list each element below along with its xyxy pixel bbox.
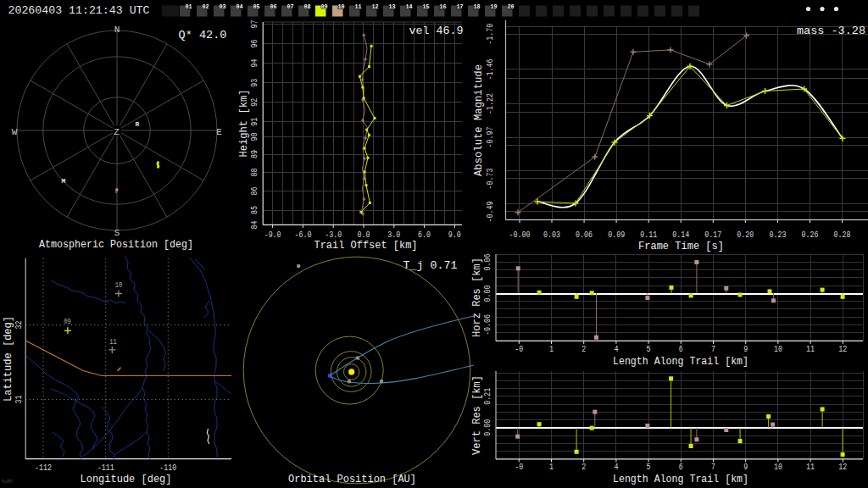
svg-text:94: 94 [248, 59, 259, 68]
svg-text:20260403 11:21:43 UTC: 20260403 11:21:43 UTC [8, 4, 150, 17]
svg-text:0.28: 0.28 [834, 229, 851, 240]
svg-text:11: 11 [806, 461, 815, 472]
svg-text:14: 14 [406, 3, 413, 10]
svg-text:6: 6 [679, 343, 683, 354]
svg-text:1: 1 [549, 343, 554, 354]
svg-text:5: 5 [647, 343, 651, 354]
svg-text:6.0: 6.0 [418, 229, 431, 240]
svg-text:-0.49: -0.49 [484, 201, 495, 222]
svg-text:10: 10 [338, 3, 345, 10]
svg-text:Latitude [deg]: Latitude [deg] [2, 316, 14, 402]
svg-text:-0.73: -0.73 [484, 168, 495, 189]
svg-text:mass -3.28: mass -3.28 [797, 25, 865, 37]
svg-text:0.20: 0.20 [737, 229, 754, 240]
svg-text:12: 12 [838, 461, 847, 472]
svg-text:1: 1 [549, 461, 554, 472]
svg-text:2: 2 [581, 343, 586, 354]
svg-text:-0.97: -0.97 [484, 127, 495, 148]
svg-text:E: E [216, 127, 222, 137]
svg-text:02: 02 [203, 3, 209, 10]
svg-text:97: 97 [248, 20, 259, 29]
svg-text:0.09: 0.09 [608, 229, 625, 240]
svg-text:Orbital Position [AU]: Orbital Position [AU] [288, 474, 416, 485]
svg-text:01: 01 [186, 3, 192, 10]
svg-text:M: M [62, 177, 66, 185]
svg-text:T_j 0.71: T_j 0.71 [403, 259, 458, 272]
svg-text:13: 13 [389, 3, 396, 10]
svg-text:86: 86 [248, 186, 259, 195]
svg-text:0.11: 0.11 [640, 229, 657, 240]
svg-text:93: 93 [248, 79, 259, 87]
svg-text:84: 84 [248, 220, 259, 229]
svg-text:0.23: 0.23 [769, 229, 786, 240]
svg-text:Length Along Trail [km]: Length Along Trail [km] [613, 474, 748, 485]
svg-text:08: 08 [304, 3, 311, 10]
svg-text:-111: -111 [97, 462, 114, 473]
svg-text:0.17: 0.17 [704, 229, 721, 240]
svg-text:-9.0: -9.0 [264, 229, 281, 240]
svg-text:10: 10 [774, 461, 782, 472]
svg-text:0.06: 0.06 [576, 229, 593, 240]
svg-text:Q* 42.0: Q* 42.0 [179, 29, 227, 42]
svg-text:PyGMT: PyGMT [2, 480, 13, 485]
svg-text:07: 07 [287, 3, 294, 10]
svg-text:85: 85 [248, 206, 259, 214]
svg-text:Height [km]: Height [km] [237, 90, 250, 158]
svg-text:0.14: 0.14 [672, 229, 689, 240]
svg-text:-3.0: -3.0 [325, 229, 342, 240]
svg-text:17: 17 [457, 3, 464, 10]
svg-text:Horz Res [km]: Horz Res [km] [470, 258, 483, 337]
svg-text:09: 09 [64, 318, 71, 326]
svg-text:-0: -0 [515, 461, 523, 472]
svg-text:11: 11 [355, 3, 362, 10]
svg-text:-112: -112 [35, 462, 52, 473]
svg-text:R: R [136, 120, 140, 128]
svg-text:12: 12 [372, 3, 379, 10]
svg-text:W: W [12, 127, 18, 137]
svg-text:Longitude [deg]: Longitude [deg] [81, 474, 172, 485]
svg-text:10: 10 [774, 343, 782, 354]
svg-text:9: 9 [743, 461, 748, 472]
svg-text:-0: -0 [515, 343, 523, 354]
svg-text:06: 06 [270, 3, 277, 10]
svg-text:S: S [114, 228, 120, 238]
svg-text:2: 2 [581, 461, 586, 472]
svg-text:9: 9 [743, 343, 748, 354]
svg-text:19: 19 [491, 3, 498, 10]
svg-text:05: 05 [253, 3, 260, 10]
svg-text:0.0: 0.0 [358, 229, 370, 240]
svg-text:11: 11 [109, 338, 117, 347]
svg-text:vel 46.9: vel 46.9 [409, 25, 464, 37]
svg-text:03: 03 [220, 3, 226, 10]
svg-text:-1.22: -1.22 [484, 93, 495, 114]
svg-text:Z: Z [114, 127, 120, 137]
svg-text:88: 88 [248, 168, 259, 176]
svg-text:3.0: 3.0 [387, 229, 400, 240]
svg-text:7: 7 [711, 461, 715, 472]
svg-text:09: 09 [321, 3, 328, 10]
svg-text:Absolute Magnitude: Absolute Magnitude [472, 64, 485, 176]
svg-text:96: 96 [248, 39, 259, 47]
svg-text:7: 7 [711, 343, 715, 354]
svg-text:0.03: 0.03 [543, 229, 560, 240]
svg-text:4: 4 [614, 461, 618, 472]
svg-text:12: 12 [838, 343, 847, 354]
svg-text:4: 4 [614, 343, 618, 354]
svg-text:Trail Offset [km]: Trail Offset [km] [314, 240, 418, 252]
svg-text:-110: -110 [159, 462, 176, 473]
svg-text:Atmospheric Position [deg]: Atmospheric Position [deg] [39, 239, 193, 251]
svg-text:Length Along Trail [km]: Length Along Trail [km] [613, 356, 748, 368]
svg-text:04: 04 [236, 3, 243, 10]
svg-text:Vert Res [km]: Vert Res [km] [470, 375, 483, 455]
svg-text:10: 10 [115, 281, 123, 290]
svg-text:-1.70: -1.70 [484, 24, 495, 45]
svg-text:-6.0: -6.0 [294, 229, 311, 240]
svg-text:N: N [114, 25, 120, 35]
svg-text:6: 6 [679, 461, 683, 472]
svg-text:-0.00: -0.00 [509, 229, 531, 240]
svg-text:0.26: 0.26 [801, 229, 818, 240]
svg-text:11: 11 [806, 343, 815, 354]
svg-text:20: 20 [508, 3, 515, 10]
svg-text:5: 5 [647, 461, 651, 472]
svg-text:15: 15 [423, 3, 430, 10]
